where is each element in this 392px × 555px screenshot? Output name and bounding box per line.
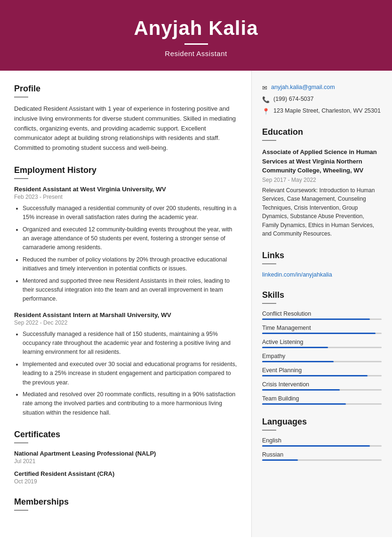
language-item: English bbox=[262, 437, 382, 447]
education-section: Education Associate of Applied Science i… bbox=[262, 127, 382, 238]
skill-bar-fill bbox=[262, 347, 328, 348]
language-bar-bg bbox=[262, 445, 382, 447]
skill-bar-fill bbox=[262, 403, 346, 405]
body: Profile Dedicated Resident Assistant wit… bbox=[0, 71, 392, 537]
contact-email-item: ✉ anyjah.kalia@gmail.com bbox=[262, 84, 382, 91]
skill-bar-fill bbox=[262, 389, 340, 391]
edu-degree: Associate of Applied Science in Human Se… bbox=[262, 147, 382, 175]
job-1: Resident Assistant at West Virginia Univ… bbox=[14, 186, 237, 304]
list-item: Successfully managed a residential commu… bbox=[23, 204, 237, 222]
contact-phone: (199) 674-5037 bbox=[273, 96, 313, 102]
certificates-section: Certificates National Apartment Leasing … bbox=[14, 430, 237, 485]
skill-label: Crisis Intervention bbox=[262, 381, 382, 388]
memberships-title: Memberships bbox=[14, 497, 237, 507]
certificates-underline bbox=[14, 442, 28, 443]
header-title: Resident Assistant bbox=[9, 49, 383, 57]
list-item: Reduced the number of policy violations … bbox=[23, 255, 237, 274]
skill-bar-bg bbox=[262, 361, 382, 362]
skill-item: Event Planning bbox=[262, 367, 382, 376]
skill-label: Conflict Resolution bbox=[262, 310, 382, 317]
skills-section: Skills Conflict Resolution Time Manageme… bbox=[262, 290, 382, 405]
skill-bar-bg bbox=[262, 318, 382, 320]
employment-title: Employment History bbox=[14, 165, 237, 175]
skill-item: Crisis Intervention bbox=[262, 381, 382, 391]
memberships-underline bbox=[14, 510, 28, 511]
languages-section: Languages English Russian bbox=[262, 417, 382, 461]
language-label: English bbox=[262, 437, 382, 444]
skill-bar-bg bbox=[262, 333, 382, 334]
list-item: Successfully managed a residence hall of… bbox=[23, 330, 237, 357]
skill-label: Active Listening bbox=[262, 339, 382, 345]
cert-2: Certified Resident Assistant (CRA) Oct 2… bbox=[14, 470, 237, 485]
job-2-date: Sep 2022 - Dec 2022 bbox=[14, 319, 237, 326]
left-column: Profile Dedicated Resident Assistant wit… bbox=[0, 71, 252, 537]
job-1-bullets: Successfully managed a residential commu… bbox=[14, 204, 237, 304]
skill-label: Team Building bbox=[262, 395, 382, 402]
edu-date: Sep 2017 - May 2022 bbox=[262, 177, 382, 183]
languages-container: English Russian bbox=[262, 437, 382, 461]
skill-item: Empathy bbox=[262, 353, 382, 362]
contact-section: ✉ anyjah.kalia@gmail.com 📞 (199) 674-503… bbox=[262, 84, 382, 115]
job-2: Resident Assistant Intern at Marshall Un… bbox=[14, 311, 237, 417]
location-icon: 📍 bbox=[262, 108, 270, 115]
education-underline bbox=[262, 140, 276, 141]
language-bar-bg bbox=[262, 459, 382, 461]
language-label: Russian bbox=[262, 451, 382, 458]
cert-1-date: Jul 2021 bbox=[14, 458, 237, 465]
memberships-section: Memberships bbox=[14, 497, 237, 511]
skill-bar-fill bbox=[262, 333, 376, 334]
job-2-title: Resident Assistant Intern at Marshall Un… bbox=[14, 311, 237, 318]
list-item: Mentored and supported three new Residen… bbox=[23, 277, 237, 304]
links-title: Links bbox=[262, 251, 382, 261]
languages-title: Languages bbox=[262, 417, 382, 427]
list-item: Implemented and executed over 30 social … bbox=[23, 360, 237, 387]
links-underline bbox=[262, 263, 276, 264]
skill-bar-bg bbox=[262, 375, 382, 376]
languages-underline bbox=[262, 430, 276, 431]
linkedin-link[interactable]: linkedin.com/in/anyjahkalia bbox=[262, 271, 332, 278]
contact-email-link[interactable]: anyjah.kalia@gmail.com bbox=[271, 84, 335, 90]
cert-2-name: Certified Resident Assistant (CRA) bbox=[14, 470, 237, 477]
contact-address: 123 Maple Street, Charleston, WV 25301 bbox=[273, 107, 381, 114]
cert-1: National Apartment Leasing Professional … bbox=[14, 450, 237, 465]
header-divider bbox=[184, 43, 208, 45]
job-1-date: Feb 2023 - Present bbox=[14, 194, 237, 200]
language-bar-fill bbox=[262, 445, 370, 447]
skill-item: Team Building bbox=[262, 395, 382, 405]
skill-label: Empathy bbox=[262, 353, 382, 359]
contact-phone-item: 📞 (199) 674-5037 bbox=[262, 96, 382, 103]
skills-title: Skills bbox=[262, 290, 382, 300]
skills-container: Conflict Resolution Time Management Acti… bbox=[262, 310, 382, 405]
profile-title: Profile bbox=[14, 84, 237, 94]
language-bar-fill bbox=[262, 459, 298, 461]
language-item: Russian bbox=[262, 451, 382, 461]
right-column: ✉ anyjah.kalia@gmail.com 📞 (199) 674-503… bbox=[252, 71, 392, 537]
edu-coursework: Relevant Coursework: Introduction to Hum… bbox=[262, 186, 382, 239]
skills-underline bbox=[262, 303, 276, 304]
resume-page: Anyjah Kalia Resident Assistant Profile … bbox=[0, 0, 392, 555]
phone-icon: 📞 bbox=[262, 96, 270, 103]
cert-2-date: Oct 2019 bbox=[14, 478, 237, 485]
header-name: Anyjah Kalia bbox=[9, 17, 383, 40]
education-title: Education bbox=[262, 127, 382, 137]
employment-underline bbox=[14, 178, 28, 179]
skill-bar-fill bbox=[262, 361, 334, 362]
skill-bar-bg bbox=[262, 403, 382, 405]
header: Anyjah Kalia Resident Assistant bbox=[0, 0, 392, 71]
list-item: Organized and executed 12 community-buil… bbox=[23, 225, 237, 253]
job-1-title: Resident Assistant at West Virginia Univ… bbox=[14, 186, 237, 193]
skill-bar-bg bbox=[262, 389, 382, 391]
certificates-title: Certificates bbox=[14, 430, 237, 440]
skill-bar-fill bbox=[262, 375, 368, 376]
employment-section: Employment History Resident Assistant at… bbox=[14, 165, 237, 417]
cert-1-name: National Apartment Leasing Professional … bbox=[14, 450, 237, 457]
job-2-bullets: Successfully managed a residence hall of… bbox=[14, 330, 237, 417]
profile-section: Profile Dedicated Resident Assistant wit… bbox=[14, 84, 237, 153]
skill-bar-fill bbox=[262, 318, 370, 320]
profile-underline bbox=[14, 97, 28, 98]
profile-text: Dedicated Resident Assistant with 1 year… bbox=[14, 104, 237, 153]
skill-label: Time Management bbox=[262, 325, 382, 331]
skill-label: Event Planning bbox=[262, 367, 382, 374]
skill-item: Active Listening bbox=[262, 339, 382, 348]
contact-address-item: 📍 123 Maple Street, Charleston, WV 25301 bbox=[262, 107, 382, 115]
